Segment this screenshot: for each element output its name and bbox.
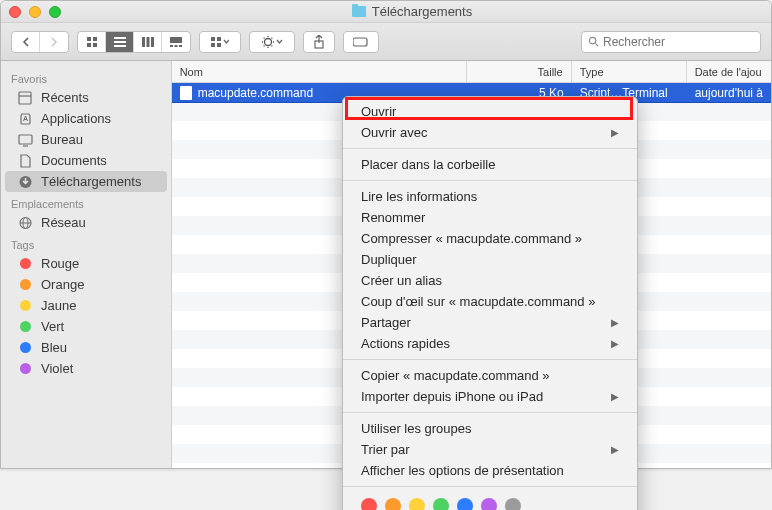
share-button[interactable] xyxy=(303,31,335,53)
sidebar-item-applications[interactable]: Applications xyxy=(1,108,171,129)
action-button[interactable] xyxy=(250,32,294,52)
icon-view-button[interactable] xyxy=(78,32,106,52)
search-input[interactable] xyxy=(603,35,754,49)
close-button[interactable] xyxy=(9,6,21,18)
downloads-icon xyxy=(17,175,33,189)
sidebar-item-label: Récents xyxy=(41,90,89,105)
sidebar-item-tag[interactable]: Violet xyxy=(1,358,171,379)
context-menu-item-label: Coup d'œil sur « macupdate.command » xyxy=(361,294,595,309)
context-menu-tag-dot[interactable] xyxy=(457,498,473,510)
sidebar-item-downloads[interactable]: Téléchargements xyxy=(5,171,167,192)
window-title: Téléchargements xyxy=(372,4,472,19)
context-menu-tag-dot[interactable] xyxy=(505,498,521,510)
sidebar-item-tag[interactable]: Orange xyxy=(1,274,171,295)
context-menu-item[interactable]: Ouvrir avec▶ xyxy=(343,122,637,143)
context-menu-item[interactable]: Dupliquer xyxy=(343,249,637,270)
context-menu-item[interactable]: Afficher les options de présentation xyxy=(343,460,637,481)
sidebar-item-network[interactable]: Réseau xyxy=(1,212,171,233)
arrange-button[interactable] xyxy=(200,32,240,52)
context-menu-item-label: Placer dans la corbeille xyxy=(361,157,495,172)
context-menu-tag-dot[interactable] xyxy=(409,498,425,510)
context-menu-tag-dot[interactable] xyxy=(385,498,401,510)
svg-rect-1 xyxy=(93,37,97,41)
sidebar-item-recents[interactable]: Récents xyxy=(1,87,171,108)
list-view-button[interactable] xyxy=(106,32,134,52)
sidebar-item-tag[interactable]: Vert xyxy=(1,316,171,337)
svg-rect-12 xyxy=(175,45,178,47)
maximize-button[interactable] xyxy=(49,6,61,18)
svg-rect-25 xyxy=(19,135,32,144)
tag-color-icon xyxy=(17,278,33,292)
context-menu: OuvrirOuvrir avec▶Placer dans la corbeil… xyxy=(342,96,638,510)
arrange-group xyxy=(199,31,241,53)
svg-point-21 xyxy=(589,37,595,43)
column-header-type[interactable]: Type xyxy=(572,61,687,82)
context-menu-item[interactable]: Partager▶ xyxy=(343,312,637,333)
svg-rect-16 xyxy=(217,37,221,41)
forward-button[interactable] xyxy=(40,32,68,52)
sidebar-item-label: Orange xyxy=(41,277,84,292)
svg-rect-15 xyxy=(211,43,215,47)
context-menu-tag-dot[interactable] xyxy=(361,498,377,510)
svg-rect-10 xyxy=(170,37,182,43)
sidebar-item-label: Réseau xyxy=(41,215,86,230)
context-menu-item[interactable]: Actions rapides▶ xyxy=(343,333,637,354)
context-menu-item[interactable]: Copier « macupdate.command » xyxy=(343,365,637,386)
context-menu-tag-dot[interactable] xyxy=(433,498,449,510)
recents-icon xyxy=(17,91,33,105)
context-menu-separator xyxy=(343,486,637,487)
context-menu-item[interactable]: Coup d'œil sur « macupdate.command » xyxy=(343,291,637,312)
sidebar-header-favoris: Favoris xyxy=(1,67,171,87)
tags-button[interactable] xyxy=(343,31,379,53)
column-view-button[interactable] xyxy=(134,32,162,52)
documents-icon xyxy=(17,154,33,168)
sidebar-item-label: Rouge xyxy=(41,256,79,271)
sidebar-item-tag[interactable]: Bleu xyxy=(1,337,171,358)
gallery-view-button[interactable] xyxy=(162,32,190,52)
desktop-icon xyxy=(17,133,33,147)
search-icon xyxy=(588,36,599,47)
tag-color-icon xyxy=(17,362,33,376)
context-menu-item[interactable]: Renommer xyxy=(343,207,637,228)
context-menu-item-label: Ouvrir avec xyxy=(361,125,427,140)
svg-rect-9 xyxy=(151,37,154,47)
svg-rect-14 xyxy=(211,37,215,41)
network-icon xyxy=(17,216,33,230)
svg-rect-23 xyxy=(19,92,31,104)
context-menu-item-label: Dupliquer xyxy=(361,252,417,267)
context-menu-item[interactable]: Utiliser les groupes xyxy=(343,418,637,439)
sidebar-item-tag[interactable]: Jaune xyxy=(1,295,171,316)
context-menu-item[interactable]: Ouvrir xyxy=(343,101,637,122)
context-menu-item[interactable]: Créer un alias xyxy=(343,270,637,291)
context-menu-item[interactable]: Placer dans la corbeille xyxy=(343,154,637,175)
context-menu-item[interactable]: Lire les informations xyxy=(343,186,637,207)
file-icon xyxy=(180,86,192,100)
svg-rect-6 xyxy=(114,45,126,47)
svg-rect-7 xyxy=(142,37,145,47)
sidebar-item-desktop[interactable]: Bureau xyxy=(1,129,171,150)
svg-rect-3 xyxy=(93,43,97,47)
svg-rect-4 xyxy=(114,37,126,39)
sidebar-item-label: Documents xyxy=(41,153,107,168)
nav-buttons xyxy=(11,31,69,53)
sidebar-item-tag[interactable]: Rouge xyxy=(1,253,171,274)
column-header-size[interactable]: Taille xyxy=(467,61,572,82)
context-menu-tag-dot[interactable] xyxy=(481,498,497,510)
context-menu-tag-colors xyxy=(343,492,637,510)
search-field-wrap[interactable] xyxy=(581,31,761,53)
sidebar-item-documents[interactable]: Documents xyxy=(1,150,171,171)
column-headers: Nom Taille Type Date de l'ajou xyxy=(172,61,771,83)
context-menu-item[interactable]: Trier par▶ xyxy=(343,439,637,460)
column-header-date[interactable]: Date de l'ajou xyxy=(687,61,771,82)
minimize-button[interactable] xyxy=(29,6,41,18)
svg-rect-17 xyxy=(217,43,221,47)
column-header-name[interactable]: Nom xyxy=(172,61,467,82)
sidebar: Favoris Récents Applications Bureau Docu… xyxy=(1,61,172,468)
sidebar-item-label: Téléchargements xyxy=(41,174,141,189)
context-menu-item[interactable]: Compresser « macupdate.command » xyxy=(343,228,637,249)
back-button[interactable] xyxy=(12,32,40,52)
context-menu-item-label: Renommer xyxy=(361,210,425,225)
context-menu-item-label: Importer depuis iPhone ou iPad xyxy=(361,389,543,404)
context-menu-item[interactable]: Importer depuis iPhone ou iPad▶ xyxy=(343,386,637,407)
context-menu-item-label: Utiliser les groupes xyxy=(361,421,472,436)
